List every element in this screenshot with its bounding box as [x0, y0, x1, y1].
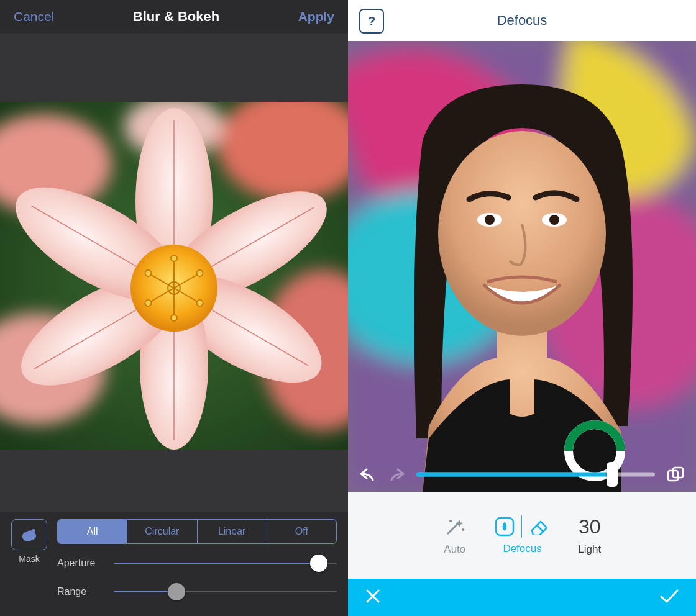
defocus-label: Defocus: [503, 543, 541, 555]
light-value: 30: [579, 515, 601, 538]
segment-off[interactable]: Off: [267, 520, 336, 543]
magic-wand-icon: [443, 515, 467, 538]
right-header: ? Defocus: [348, 0, 696, 41]
confirm-button[interactable]: [659, 587, 680, 607]
range-label: Range: [57, 586, 106, 597]
cancel-button[interactable]: Cancel: [14, 9, 54, 24]
svg-point-21: [171, 315, 177, 321]
svg-point-30: [438, 131, 606, 336]
light-tool[interactable]: 30 Light: [578, 515, 601, 556]
svg-point-26: [32, 529, 35, 533]
segment-circular[interactable]: Circular: [127, 520, 197, 543]
left-title: Blur & Bokeh: [133, 9, 219, 25]
defocus-strength-slider[interactable]: [416, 462, 655, 487]
svg-point-15: [171, 255, 177, 261]
range-slider[interactable]: [114, 582, 337, 601]
segment-all[interactable]: All: [58, 520, 127, 543]
right-toolbar: Auto Defocus 30 Light: [348, 492, 696, 579]
svg-point-37: [449, 520, 452, 522]
light-label: Light: [578, 543, 601, 556]
droplet-icon: [494, 516, 515, 537]
mask-label: Mask: [19, 554, 39, 564]
auto-label: Auto: [444, 543, 465, 556]
canvas-overlay-bar: [348, 457, 696, 492]
auto-tool[interactable]: Auto: [443, 515, 467, 556]
help-button[interactable]: ?: [359, 9, 384, 34]
blur-bokeh-screen: Cancel Blur & Bokeh Apply: [0, 0, 348, 616]
close-icon: [364, 587, 382, 605]
blur-mode-segmented: All Circular Linear Off: [57, 519, 337, 544]
left-canvas-area: [0, 34, 348, 512]
mask-button[interactable]: [11, 519, 47, 550]
preview-image[interactable]: [0, 102, 348, 450]
right-preview-image[interactable]: [348, 41, 696, 492]
defocus-tool[interactable]: Defocus: [494, 515, 551, 555]
mask-icon: [20, 526, 39, 543]
close-button[interactable]: [364, 587, 382, 607]
segment-linear[interactable]: Linear: [198, 520, 267, 543]
left-controls: Mask All Circular Linear Off Aperture: [0, 512, 348, 616]
right-bottom-bar: [348, 579, 696, 616]
aperture-slider[interactable]: [114, 554, 337, 573]
svg-point-32: [485, 215, 495, 225]
left-header: Cancel Blur & Bokeh Apply: [0, 0, 348, 34]
aperture-label: Aperture: [57, 558, 106, 569]
svg-point-38: [462, 528, 464, 531]
right-title: Defocus: [497, 12, 547, 29]
divider: [521, 515, 523, 538]
check-icon: [659, 587, 680, 605]
compare-icon[interactable]: [666, 466, 685, 482]
svg-line-40: [537, 525, 543, 532]
svg-point-34: [549, 215, 559, 225]
defocus-screen: ? Defocus: [348, 0, 696, 616]
undo-icon[interactable]: [359, 468, 377, 481]
apply-button[interactable]: Apply: [298, 9, 334, 24]
eraser-icon: [528, 518, 551, 535]
redo-icon[interactable]: [388, 468, 405, 481]
